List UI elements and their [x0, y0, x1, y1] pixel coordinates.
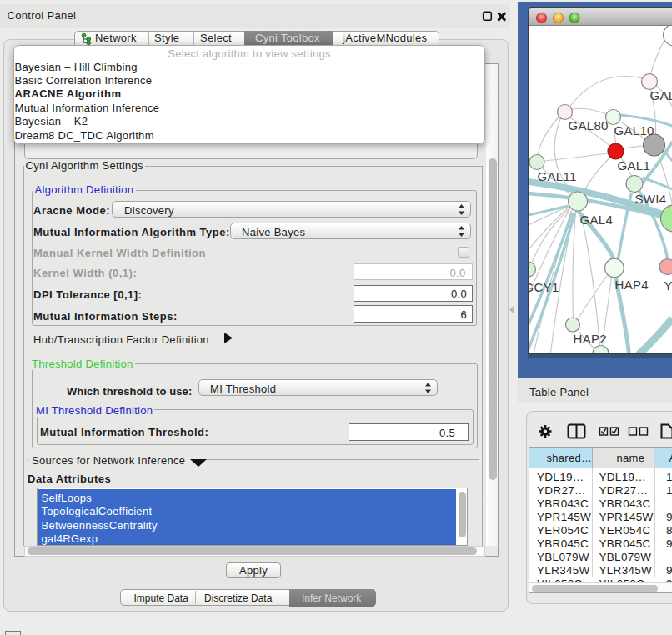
svg-text:HAP4: HAP4 — [614, 278, 648, 292]
svg-text:GAL11: GAL11 — [537, 169, 576, 183]
svg-text:GAL4: GAL4 — [579, 212, 613, 227]
svg-text:GAL7: GAL7 — [649, 88, 672, 102]
svg-text:SWI4: SWI4 — [634, 192, 666, 206]
svg-text:GAL80: GAL80 — [568, 118, 608, 132]
svg-text:YEL: YEL — [664, 278, 672, 292]
svg-text:GCY1: GCY1 — [529, 280, 559, 294]
svg-text:HAP2: HAP2 — [573, 332, 606, 346]
svg-text:GAL10: GAL10 — [614, 123, 654, 138]
svg-text:GAL1: GAL1 — [617, 158, 650, 172]
